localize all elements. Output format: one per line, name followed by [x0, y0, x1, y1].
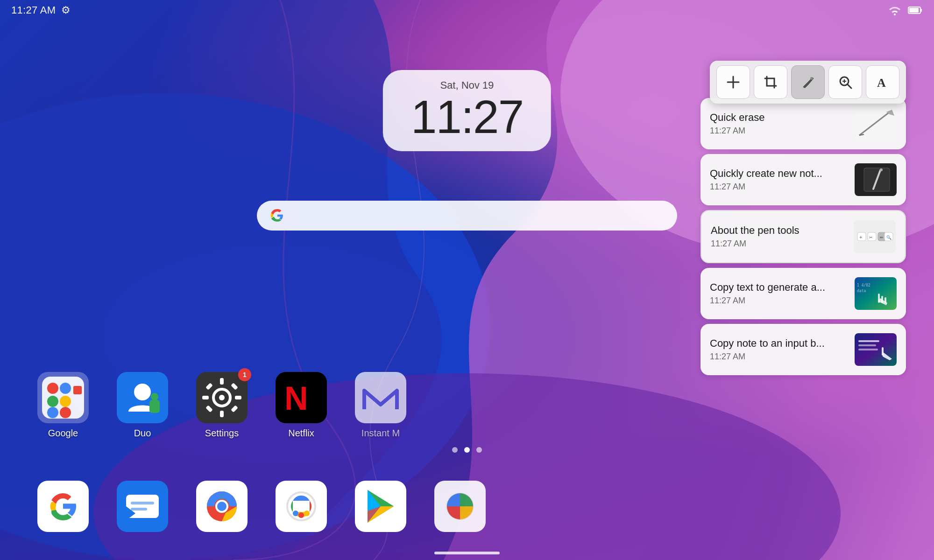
app-messages[interactable] — [117, 481, 168, 532]
google-logo — [270, 208, 285, 223]
app-netflix-label: Netflix — [288, 428, 314, 439]
app-row-top: Google Duo — [37, 372, 406, 439]
status-bar: 11:27 AM ⚙ — [0, 0, 934, 21]
svg-rect-88 — [858, 344, 876, 346]
svg-point-58 — [810, 77, 813, 80]
home-indicator[interactable] — [434, 552, 500, 554]
svg-point-9 — [47, 396, 58, 407]
svg-point-70 — [880, 168, 883, 171]
app-colorful-1[interactable] — [434, 481, 486, 532]
notif-quick-erase-time: 11:27 AM — [710, 126, 849, 136]
svg-rect-87 — [858, 340, 879, 342]
svg-rect-89 — [858, 349, 878, 350]
app-settings[interactable]: 1 Settings — [196, 372, 248, 439]
svg-text:A: A — [877, 76, 886, 90]
svg-text:🔍: 🔍 — [886, 235, 892, 240]
svg-rect-24 — [235, 396, 241, 399]
app-row-bottom — [37, 481, 486, 532]
notif-quickly-create-thumb — [855, 163, 897, 196]
svg-rect-82 — [881, 296, 883, 303]
svg-point-41 — [217, 502, 226, 511]
svg-point-46 — [298, 512, 304, 518]
notif-copy-text-title: Copy text to generate a... — [710, 281, 849, 294]
notif-quick-erase-title: Quick erase — [710, 112, 849, 124]
notif-copy-text-text: Copy text to generate a... 11:27 AM — [710, 281, 849, 306]
settings-icon-status[interactable]: ⚙ — [61, 4, 71, 16]
svg-rect-23 — [202, 396, 209, 399]
svg-rect-16 — [149, 400, 160, 413]
app-chrome[interactable] — [196, 481, 248, 532]
notif-copy-note[interactable]: Copy note to an input b... 11:27 AM — [700, 324, 906, 375]
page-dot-1 — [452, 447, 458, 453]
notification-panel: Quick erase 11:27 AM Quickly create new … — [700, 98, 906, 375]
crop-tool-button[interactable] — [754, 65, 787, 99]
page-dot-2 — [464, 447, 470, 453]
svg-point-47 — [304, 511, 310, 516]
svg-rect-90 — [882, 347, 884, 356]
page-dot-3 — [476, 447, 482, 453]
notif-copy-text-time: 11:27 AM — [710, 296, 849, 306]
notif-quick-erase-thumb — [855, 107, 897, 140]
app-duo[interactable]: Duo — [117, 372, 168, 439]
status-time: 11:27 AM — [11, 4, 56, 16]
svg-rect-21 — [220, 378, 224, 385]
notif-quickly-create-text: Quickly create new not... 11:27 AM — [710, 168, 849, 192]
notif-quick-erase[interactable]: Quick erase 11:27 AM — [700, 98, 906, 149]
svg-rect-35 — [131, 502, 154, 504]
zoom-tool-button[interactable] — [828, 65, 862, 99]
svg-text:N: N — [284, 380, 308, 417]
svg-point-12 — [47, 407, 58, 418]
notif-copy-note-thumb — [855, 333, 897, 366]
svg-rect-83 — [884, 297, 886, 303]
app-google-g[interactable] — [37, 481, 89, 532]
notif-copy-note-title: Copy note to an input b... — [710, 337, 849, 350]
clock-widget: Sat, Nov 19 11:27 — [383, 70, 551, 151]
add-tool-button[interactable] — [716, 65, 750, 99]
svg-rect-11 — [73, 386, 82, 394]
svg-text:✂: ✂ — [869, 235, 873, 240]
svg-line-60 — [848, 84, 851, 88]
svg-rect-22 — [220, 411, 224, 417]
notif-copy-text[interactable]: Copy text to generate a... 11:27 AM — [700, 268, 906, 319]
notif-quickly-create-time: 11:27 AM — [710, 182, 849, 192]
battery-icon — [908, 6, 923, 14]
page-dots — [452, 447, 482, 453]
app-netflix[interactable]: N Netflix — [276, 372, 327, 439]
notif-copy-text-thumb: 1 4/02 data — [855, 277, 897, 310]
app-play-store[interactable] — [355, 481, 406, 532]
svg-point-15 — [134, 384, 151, 400]
notif-copy-note-time: 11:27 AM — [710, 352, 849, 362]
app-settings-label: Settings — [205, 428, 239, 439]
svg-rect-36 — [131, 508, 147, 511]
clock-time: 11:27 — [411, 93, 523, 140]
status-left: 11:27 AM ⚙ — [11, 4, 71, 16]
pen-toolbar: A — [710, 61, 906, 104]
app-instant-m[interactable]: Instant M — [355, 372, 406, 439]
svg-rect-4 — [909, 8, 919, 13]
pen-tool-button[interactable] — [791, 65, 825, 99]
svg-point-7 — [47, 383, 58, 394]
svg-point-10 — [60, 396, 71, 407]
search-bar[interactable] — [257, 201, 677, 231]
svg-point-13 — [60, 407, 71, 418]
app-assistant[interactable] — [276, 481, 327, 532]
svg-point-20 — [219, 395, 225, 400]
svg-text:1 4/02: 1 4/02 — [857, 283, 870, 287]
notif-about-pen-tools-title: About the pen tools — [711, 224, 848, 237]
svg-text:data: data — [857, 289, 866, 293]
notif-about-pen-tools-time: 11:27 AM — [711, 239, 848, 249]
svg-rect-5 — [920, 9, 922, 12]
notif-quickly-create-title: Quickly create new not... — [710, 168, 849, 180]
text-tool-button[interactable]: A — [866, 65, 899, 99]
notif-about-pen-tools[interactable]: About the pen tools 11:27 AM + ✂ ✏ 🔍 — [700, 210, 906, 263]
app-google-folder[interactable]: Google — [37, 372, 89, 439]
app-instant-label: Instant M — [361, 428, 400, 439]
svg-rect-80 — [855, 277, 897, 310]
notif-quickly-create[interactable]: Quickly create new not... 11:27 AM — [700, 154, 906, 205]
svg-point-8 — [60, 383, 71, 394]
app-google-folder-label: Google — [48, 428, 78, 439]
notif-copy-note-text: Copy note to an input b... 11:27 AM — [710, 337, 849, 362]
notif-quick-erase-text: Quick erase 11:27 AM — [710, 112, 849, 136]
status-right — [888, 5, 923, 15]
svg-rect-81 — [878, 294, 880, 303]
